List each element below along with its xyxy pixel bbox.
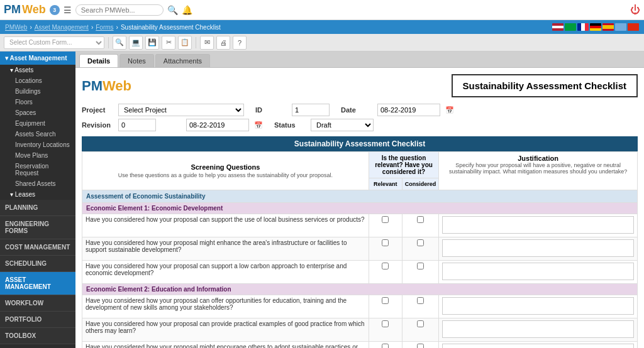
checkbox-considered-input-2-2[interactable]: [417, 320, 424, 327]
breadcrumb-sep3: ›: [116, 24, 118, 31]
checkbox-relevant-input-1-1[interactable]: [382, 216, 389, 223]
checkbox-relevant-2-3[interactable]: [369, 342, 402, 349]
flag-de[interactable]: [590, 23, 601, 31]
paste-btn[interactable]: 📋: [178, 36, 192, 50]
revision-calendar-icon[interactable]: 📅: [254, 121, 263, 129]
form-logo-pm: PM: [82, 78, 103, 94]
checkbox-relevant-input-1-3[interactable]: [382, 263, 389, 269]
id-label: ID: [255, 106, 287, 114]
checkbox-considered-1-2[interactable]: [402, 237, 439, 261]
checkbox-considered-input-2-3[interactable]: [417, 344, 424, 348]
sidebar-item-reservation-request[interactable]: Reservation Request: [0, 161, 75, 178]
revision-field[interactable]: [118, 119, 156, 131]
question-2-1: Have you considered how your proposal ca…: [82, 295, 369, 318]
cut-btn[interactable]: ✂: [162, 36, 175, 50]
sidebar-item-leases[interactable]: ▾ Leases: [0, 189, 75, 200]
sidebar-item-shared-assets[interactable]: Shared Assets: [0, 178, 75, 189]
sidebar-item-inventory-locations[interactable]: Inventory Locations: [0, 139, 75, 150]
checkbox-relevant-2-1[interactable]: [369, 295, 402, 318]
breadcrumb-home[interactable]: PMWeb: [5, 24, 27, 31]
sidebar-nav-workflow[interactable]: WORKFLOW: [0, 295, 75, 312]
id-field[interactable]: [292, 104, 330, 116]
checkbox-considered-2-3[interactable]: [402, 342, 439, 349]
justification-cell-1-2: [439, 237, 638, 261]
save-btn[interactable]: 💾: [145, 36, 159, 50]
sidebar-item-assets[interactable]: ▾ Assets: [0, 65, 75, 75]
flag-cn[interactable]: [628, 23, 639, 31]
checkbox-considered-input-1-1[interactable]: [417, 216, 424, 223]
flag-br[interactable]: [565, 23, 576, 31]
tab-notes[interactable]: Notes: [119, 54, 154, 67]
justification-input-1-1[interactable]: [442, 216, 634, 234]
flag-fr[interactable]: [577, 23, 589, 31]
app-logo: PMWeb: [4, 3, 46, 16]
checkbox-relevant-input-2-2[interactable]: [382, 320, 389, 327]
print-btn[interactable]: 🖨: [216, 36, 230, 50]
justification-input-1-3[interactable]: [442, 263, 634, 280]
search-icon[interactable]: 🔍: [167, 5, 178, 15]
checkbox-relevant-input-1-2[interactable]: [382, 239, 389, 246]
notification-icon[interactable]: 🔔: [182, 5, 192, 15]
justification-input-1-2[interactable]: [442, 239, 634, 257]
sidebar-item-buildings[interactable]: Buildings: [0, 86, 75, 97]
sidebar-item-locations[interactable]: Locations: [0, 75, 75, 86]
sidebar-item-floors[interactable]: Floors: [0, 97, 75, 107]
sidebar-nav-planning[interactable]: PLANNING: [0, 200, 75, 216]
sidebar-nav-toolbox[interactable]: TOOLBOX: [0, 328, 75, 344]
help-btn[interactable]: ?: [233, 36, 247, 50]
custom-form-select[interactable]: Select Custom Form...: [4, 36, 104, 49]
project-select[interactable]: Select Project: [118, 104, 244, 116]
flag-us[interactable]: [552, 23, 564, 31]
justification-input-2-3[interactable]: [442, 344, 634, 348]
justification-input-2-1[interactable]: [442, 297, 634, 315]
checkbox-relevant-2-2[interactable]: [369, 318, 402, 342]
checkbox-considered-2-2[interactable]: [402, 318, 439, 342]
email-btn[interactable]: ✉: [200, 36, 214, 50]
sidebar-item-spaces[interactable]: Spaces: [0, 107, 75, 118]
checkbox-relevant-1-1[interactable]: [369, 214, 402, 237]
justification-cell-2-2: [439, 318, 638, 342]
checkbox-relevant-input-2-3[interactable]: [382, 344, 389, 348]
checkbox-considered-input-2-1[interactable]: [417, 297, 424, 304]
logo-shield: 3: [50, 5, 60, 15]
checkbox-considered-1-3[interactable]: [402, 261, 439, 284]
table-row: Have you considered how your proposal ca…: [82, 261, 638, 284]
date-calendar-icon[interactable]: 📅: [445, 106, 454, 114]
tab-attachments[interactable]: Attachments: [155, 54, 210, 67]
checkbox-considered-2-1[interactable]: [402, 295, 439, 318]
revision-date-field[interactable]: [186, 119, 249, 131]
date-field[interactable]: [377, 104, 440, 116]
sidebar-item-move-plans[interactable]: Move Plans: [0, 150, 75, 161]
sidebar-nav-portfolio[interactable]: PORTFOLIO: [0, 312, 75, 328]
th-considered-col: Considered: [402, 178, 439, 190]
sidebar-nav-engineering-forms[interactable]: ENGINEERING FORMS: [0, 216, 75, 239]
menu-icon[interactable]: ☰: [64, 5, 72, 15]
sidebar-item-assets-search[interactable]: Assets Search: [0, 129, 75, 139]
breadcrumb-asset-mgmt[interactable]: Asset Management: [35, 24, 89, 31]
monitor-btn[interactable]: 💻: [129, 36, 143, 50]
element-header-1: Economic Element 1: Economic Development: [82, 203, 638, 214]
justification-input-2-2[interactable]: [442, 320, 634, 338]
flag-ar[interactable]: [615, 23, 626, 31]
sidebar-item-equipment[interactable]: Equipment: [0, 118, 75, 129]
breadcrumb-current: Sustainability Assessment Checklist: [121, 24, 221, 31]
checkbox-relevant-1-3[interactable]: [369, 261, 402, 284]
sidebar-nav-cost-management[interactable]: COST MANAGEMENT: [0, 239, 75, 256]
checkbox-relevant-1-2[interactable]: [369, 237, 402, 261]
sidebar-nav-asset-management[interactable]: ASSET MANAGEMENT: [0, 272, 75, 295]
checkbox-considered-input-1-3[interactable]: [417, 263, 424, 269]
sidebar-section-header-asset-mgmt[interactable]: ▾ Asset Management: [0, 52, 75, 65]
status-select[interactable]: Draft: [311, 119, 374, 131]
power-icon[interactable]: ⏻: [630, 4, 640, 16]
sidebar-nav-scheduling[interactable]: SCHEDULING: [0, 256, 75, 272]
breadcrumb-forms[interactable]: Forms: [96, 24, 113, 31]
checkbox-considered-1-1[interactable]: [402, 214, 439, 237]
table-row: Have you considered how your proposal ca…: [82, 318, 638, 342]
search-input[interactable]: [75, 4, 164, 16]
flag-es[interactable]: [602, 23, 614, 31]
checkbox-considered-input-1-2[interactable]: [417, 239, 424, 246]
checkbox-relevant-input-2-1[interactable]: [382, 297, 389, 304]
tab-details[interactable]: Details: [79, 54, 118, 67]
search-toolbar-btn[interactable]: 🔍: [113, 36, 126, 50]
breadcrumb-bar: PMWeb › Asset Management › Forms › Susta…: [0, 20, 644, 34]
